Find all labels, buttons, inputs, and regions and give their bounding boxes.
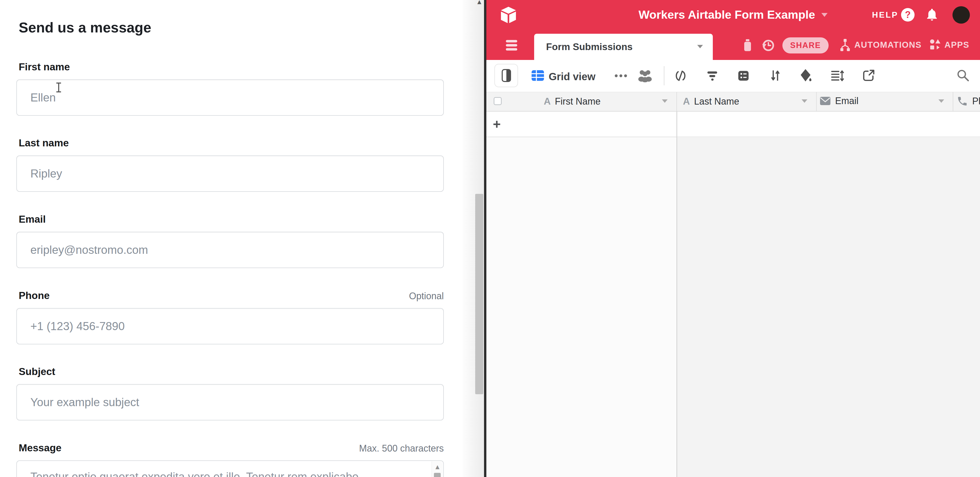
share-label: SHARE [790, 41, 821, 50]
automations-icon[interactable] [838, 38, 851, 52]
share-view-icon[interactable] [862, 69, 875, 82]
automations-label[interactable]: AUTOMATIONS [854, 40, 921, 50]
scroll-up-icon[interactable]: ▲ [432, 463, 443, 470]
apps-label[interactable]: APPS [944, 40, 969, 50]
trash-icon[interactable] [741, 39, 754, 52]
toolbar-divider [664, 66, 665, 86]
subject-input[interactable] [16, 384, 444, 420]
view-name-label[interactable]: Grid view [549, 71, 595, 82]
help-button[interactable]: HELP [872, 10, 898, 20]
text-field-icon: A [544, 96, 551, 107]
account-avatar[interactable] [953, 6, 970, 24]
tab-label: Form Submissions [546, 41, 633, 52]
phone-field-icon [957, 95, 968, 107]
base-title-group[interactable]: Workers Airtable Form Example [616, 8, 850, 22]
add-record-plus-icon[interactable]: + [493, 117, 501, 131]
first-name-input[interactable] [16, 79, 444, 116]
color-icon[interactable] [799, 68, 813, 82]
view-sidebar-toggle-button[interactable] [495, 64, 518, 87]
history-icon[interactable] [761, 38, 775, 52]
primary-column-border [676, 112, 677, 477]
filter-icon[interactable] [706, 69, 719, 82]
help-circle-icon[interactable]: ? [901, 8, 915, 22]
contact-form-pane: Send us a message First name Last name E… [0, 0, 463, 477]
base-title: Workers Airtable Form Example [638, 8, 815, 22]
panel-toggle-icon [501, 68, 512, 82]
airtable-tabbar: Form Submissions SHARE [486, 30, 980, 60]
grid-view-icon[interactable] [531, 69, 544, 82]
tab-caret-icon[interactable] [697, 45, 703, 48]
hide-fields-icon[interactable] [674, 69, 687, 82]
phone-input[interactable] [16, 308, 444, 344]
column-header-phone[interactable]: Phone [957, 95, 980, 107]
base-title-caret-icon [821, 13, 827, 17]
text-field-icon: A [683, 96, 690, 107]
column-border [676, 92, 677, 111]
select-all-checkbox[interactable] [494, 97, 502, 105]
last-name-label: Last name [19, 137, 69, 149]
text-cursor [58, 82, 59, 92]
first-name-caret-icon[interactable] [662, 100, 668, 103]
email-field-icon [819, 96, 831, 106]
share-button[interactable]: SHARE [783, 37, 829, 54]
airtable-topbar: Workers Airtable Form Example HELP ? [486, 0, 980, 30]
email-label: Email [19, 214, 46, 225]
email-caret-icon[interactable] [939, 100, 944, 103]
screen: Send us a message First name Last name E… [0, 0, 980, 477]
add-record-row[interactable]: + [486, 112, 980, 137]
notifications-bell-icon[interactable] [925, 7, 939, 22]
view-toolbar: Grid view [486, 60, 980, 92]
first-name-label: First name [19, 61, 70, 73]
message-label: Message [19, 442, 62, 454]
column-header-last-name[interactable]: A Last Name [683, 96, 739, 107]
last-name-input[interactable] [16, 155, 444, 192]
collaborators-icon[interactable] [638, 69, 652, 82]
message-scrollbar[interactable]: ▲ [431, 461, 443, 477]
grid-body-primary-column [486, 138, 676, 477]
group-icon[interactable] [737, 69, 750, 82]
menu-hamburger-icon[interactable] [505, 40, 518, 51]
airtable-pane: Workers Airtable Form Example HELP ? [486, 0, 980, 477]
message-textarea[interactable] [16, 460, 444, 477]
base-logo-icon[interactable] [500, 6, 517, 24]
message-scroll-thumb[interactable] [434, 473, 441, 477]
view-more-icon[interactable] [614, 73, 628, 78]
email-input[interactable] [16, 232, 444, 268]
sort-icon[interactable] [769, 69, 782, 82]
column-border [953, 92, 953, 111]
phone-optional-note: Optional [288, 291, 444, 301]
search-icon[interactable] [956, 68, 970, 82]
pane-divider [484, 0, 486, 477]
page-scroll-thumb[interactable] [475, 194, 483, 394]
form-title: Send us a message [19, 19, 151, 36]
last-name-caret-icon[interactable] [802, 100, 807, 103]
phone-label: Phone [19, 290, 49, 301]
subject-label: Subject [19, 366, 55, 377]
column-header-first-name[interactable]: A First Name [544, 96, 601, 107]
message-max-note: Max. 500 characters [288, 443, 444, 454]
column-border [816, 92, 817, 111]
apps-icon[interactable] [929, 39, 942, 51]
grid-body [677, 138, 980, 477]
grid-header-row: A First Name A Last Name Email [486, 92, 980, 112]
tab-form-submissions[interactable]: Form Submissions [534, 34, 713, 60]
row-height-icon[interactable] [831, 69, 844, 82]
column-header-email[interactable]: Email [819, 95, 859, 106]
page-scroll-up-icon[interactable]: ▲ [476, 0, 483, 6]
